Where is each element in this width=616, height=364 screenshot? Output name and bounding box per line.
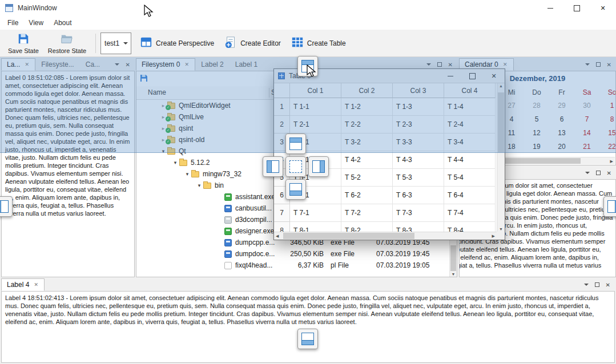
window-title: MainWindow [18,4,57,12]
table-cell[interactable]: T 6-2 [341,187,393,204]
table-cell[interactable]: T 5-3 [393,169,444,187]
exe-file-icon [224,239,232,246]
scrollbar-corner [497,232,505,240]
table-cell[interactable]: T 7-2 [341,204,393,222]
table-cell[interactable]: T 5-2 [341,169,393,187]
tab-label4[interactable]: Label 4 [1,278,45,291]
drop-indicator-area-top[interactable] [285,134,306,154]
collapse-arrow-icon[interactable] [195,183,203,188]
close-button[interactable] [590,0,616,16]
menu-bar: File View About [0,16,616,30]
scrollbar-thumb[interactable] [450,245,456,271]
table-cell[interactable]: T 5-4 [444,169,496,187]
title-bar[interactable]: MainWindow [0,0,616,16]
menu-view[interactable]: View [23,19,49,27]
file-date: 07.03.2019 19:05 [376,261,429,269]
collapse-arrow-icon[interactable] [183,171,191,177]
table-row: 8T 8-1T 8-2T 8-3T 8-4 [274,222,497,232]
minimize-button[interactable] [537,0,563,16]
table-row: 6T 6-1T 6-2T 6-3T 6-4 [274,187,497,204]
exe-file-icon [224,228,232,235]
dock-close-icon[interactable] [607,169,611,177]
tree-row[interactable]: dumpdoc.e...250,50 KiBexe File07.03.2019… [136,248,449,260]
mouse-cursor [144,5,154,20]
file-type: pl File [331,261,349,269]
table-cell[interactable]: T 8-1 [290,222,341,232]
scroll-right-arrow[interactable] [492,232,495,240]
create-perspective-button[interactable]: Create Perspective [135,34,219,52]
dock-center-icon [289,160,302,173]
drop-indicator-area-bottom[interactable] [285,179,306,200]
save-state-button[interactable]: Save State [3,31,43,56]
table-cell[interactable]: T 4-3 [393,151,444,169]
scroll-right-arrow[interactable] [610,157,613,164]
drop-indicator-window-bottom[interactable] [297,329,318,349]
dock-close-icon[interactable] [606,281,610,289]
dock-bottom-icon [301,333,314,345]
row-header[interactable]: 8 [274,222,290,232]
folder-icon [203,183,211,189]
file-size: 250,50 KiB [271,250,324,258]
label4-content: Label 4 18:51:02:413 - Lorem ipsum dolor… [1,291,615,363]
menu-about[interactable]: About [49,19,77,27]
dock-left-icon [0,200,9,213]
restore-state-button[interactable]: Restore State [43,31,91,56]
table-horizontal-scrollbar[interactable] [274,232,497,240]
label5-dock-buttons [585,167,616,179]
dock-float-icon[interactable] [595,282,599,287]
scroll-down-arrow[interactable] [450,272,457,276]
maximize-button[interactable] [563,0,590,16]
dock-right-icon [607,200,616,213]
table-cell[interactable]: T 8-4 [444,222,496,232]
dock-menu-icon[interactable] [584,281,589,288]
dock-left-icon [267,160,279,173]
window-controls [537,0,616,16]
collapse-arrow-icon[interactable] [171,160,179,165]
dock-bottom-icon [289,183,302,196]
perspective-combobox[interactable]: test1 [100,33,131,54]
tab-close-icon[interactable] [33,282,39,288]
table-row: 5T 5-1T 5-2T 5-3T 5-4 [274,169,497,187]
table-cell[interactable]: T 7-3 [393,204,444,222]
dock-top-icon [289,137,302,150]
table-cell[interactable]: T 6-4 [444,187,496,204]
dock-menu-icon[interactable] [585,169,590,176]
save-icon [17,33,30,46]
folder-icon [191,171,199,177]
drop-indicator-window-left[interactable] [0,196,13,217]
create-table-button[interactable]: Create Table [286,34,351,52]
create-editor-button[interactable]: Create Editor [219,34,286,52]
scrollbar-thumb[interactable] [283,233,414,239]
tree-row[interactable]: fixqt4head...6,37 KiBpl File07.03.2019 1… [136,260,449,271]
main-toolbar: Save State Restore State test1 Create Pe… [0,30,616,57]
drop-indicator-area-center[interactable] [285,156,306,177]
exe-file-icon [224,205,232,212]
table-cell[interactable]: T 7-1 [290,204,341,222]
table-cell[interactable]: T 4-2 [341,151,393,169]
table-row: 7T 7-1T 7-2T 7-3T 7-4 [274,204,497,222]
table-cell[interactable]: T 6-3 [393,187,444,204]
row-header[interactable]: 7 [274,204,290,222]
menu-file[interactable]: File [2,19,23,27]
label4-dock-buttons [584,278,615,291]
toolbar-separator [95,34,96,53]
table-cell[interactable]: T 7-4 [444,204,496,222]
table-cell[interactable]: T 8-2 [341,222,393,232]
dll-file-icon [224,216,232,224]
table-row: 4T 4-1T 4-2T 4-3T 4-4 [274,151,497,169]
dock-label4: Label 4 Label 4 18:51:02:413 - Lorem ips… [1,278,615,363]
editor-plus-icon [224,36,237,50]
file-type: exe File [331,250,355,258]
exe-file-icon [224,193,232,201]
scroll-down-arrow[interactable] [497,227,505,231]
folder-icon [179,160,187,166]
drop-indicator-area-right[interactable] [308,156,329,177]
dock-right-icon [312,160,325,173]
drop-indicator-window-right[interactable] [603,196,616,217]
table-cell[interactable]: T 4-4 [444,151,496,169]
dock-float-icon[interactable] [596,171,601,175]
table-cell[interactable]: T 8-3 [393,222,444,232]
scroll-left-arrow[interactable] [276,232,279,240]
drop-indicator-area-left[interactable] [263,156,283,177]
folder-open-icon [61,33,73,46]
